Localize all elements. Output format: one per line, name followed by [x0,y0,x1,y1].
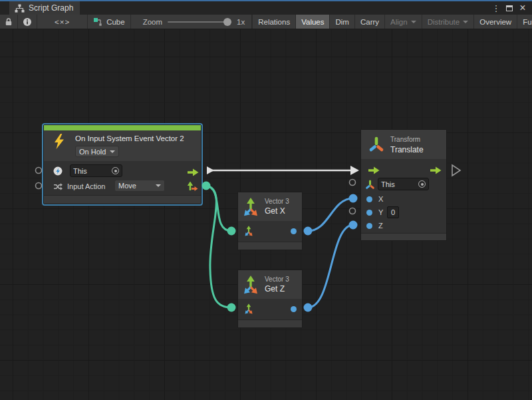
vector3-icon [241,195,260,222]
lock-button[interactable] [0,15,18,29]
flow-output-arrow-icon[interactable] [187,167,199,179]
get-z-output-port[interactable] [291,306,297,312]
flow-wire-start-arrow [207,166,214,174]
get-x-output-knob[interactable] [304,227,313,236]
event-node-title: On Input System Event Vector 2 [75,134,184,142]
input-system-icon [53,166,63,178]
translate-z-input-knob[interactable] [349,221,358,230]
get-x-category: Vector 3 [265,198,289,205]
event-this-field[interactable]: This [70,164,122,177]
vector3-input-port-icon[interactable] [243,224,254,240]
translate-category: Transform [390,136,420,143]
code-icon: <×> [55,18,70,26]
values-button[interactable]: Values [295,15,329,29]
input-action-label: Input Action [67,182,106,190]
translate-x-label: X [378,195,383,203]
info-icon [23,17,32,27]
transform-icon [368,135,384,156]
translate-y-input-ring[interactable] [350,208,356,214]
flow-input-arrow-icon[interactable] [368,165,380,177]
zoom-value: 1x [237,18,245,26]
flow-wire-end-arrow [350,166,359,175]
node-vector3-get-x[interactable]: Vector 3 Get X [237,192,303,250]
fullscreen-button[interactable]: Full Screen [517,15,532,29]
chevron-down-icon [411,21,416,23]
close-icon[interactable]: × [517,3,528,13]
graph-breadcrumb[interactable]: Cube [88,15,131,29]
carry-button[interactable]: Carry [354,15,384,29]
object-picker-icon[interactable] [418,180,426,188]
values-label: Values [301,18,324,26]
code-preview-button[interactable]: <×> [37,15,88,29]
zoom-label: Zoom [143,18,162,26]
translate-y-value-field[interactable]: 0 [387,206,399,218]
zoom-slider[interactable] [168,21,231,23]
chevron-down-icon [110,150,115,153]
dim-button[interactable]: Dim [329,15,354,29]
event-vector2-output-knob[interactable] [202,182,211,190]
event-action-input-ring[interactable] [36,183,42,189]
node-on-input-system-event[interactable]: On Input System Event Vector 2 On Hold T… [43,124,201,204]
event-this-value: This [73,167,87,175]
title-bar: Script Graph ⋮ × [0,0,532,15]
translate-y-label: Y [378,208,383,216]
get-z-category: Vector 3 [265,276,289,283]
carry-label: Carry [360,18,379,26]
chevron-down-icon [156,184,161,187]
input-action-icon [53,182,63,194]
graph-name-label: Cube [106,18,125,26]
get-z-output-knob[interactable] [304,303,313,312]
node-vector3-get-z[interactable]: Vector 3 Get Z [237,270,303,328]
vector3-input-port-icon[interactable] [243,302,254,318]
get-x-output-port[interactable] [291,228,297,234]
fullscreen-label: Full Screen [523,18,532,26]
get-x-footer [238,242,302,250]
tab-script-graph[interactable]: Script Graph [9,1,80,15]
distribute-button[interactable]: Distribute [422,15,474,29]
get-z-footer [238,319,302,327]
transform-port-icon [365,179,375,193]
wire-get-z-to-translate-z[interactable] [308,225,353,307]
script-graph-hierarchy-icon [15,4,25,13]
get-x-title: Get X [265,206,285,216]
more-menu-icon[interactable]: ⋮ [491,3,501,13]
graph-canvas[interactable]: On Input System Event Vector 2 On Hold T… [0,29,532,400]
node-transform-translate[interactable]: Transform Translate This [360,129,447,241]
window-controls: ⋮ × [491,1,532,15]
translate-y-port[interactable] [366,210,372,216]
get-z-title: Get Z [265,284,285,294]
translate-z-label: Z [378,222,383,230]
zoom-control: Zoom 1x [131,15,253,29]
translate-flow-output-triangle[interactable] [452,165,460,176]
graph-icon [93,17,102,26]
wire-event-to-get-z[interactable] [206,186,231,307]
overview-button[interactable]: Overview [473,15,517,29]
relations-button[interactable]: Relations [252,15,295,29]
info-button[interactable] [18,15,37,29]
get-x-input-knob[interactable] [227,227,236,236]
dim-label: Dim [335,18,348,26]
translate-title: Translate [390,145,424,154]
input-action-dropdown[interactable]: Move [114,180,165,192]
get-z-input-knob[interactable] [227,303,236,312]
toolbar-right-group: Relations Values Dim Carry Align Distrib… [252,15,532,29]
input-action-value: Move [118,182,136,190]
wire-event-to-get-x[interactable] [206,186,231,231]
event-mode-dropdown[interactable]: On Hold [75,146,119,157]
maximize-icon[interactable] [504,3,515,13]
translate-x-port[interactable] [366,196,372,202]
translate-this-input-ring[interactable] [350,180,356,186]
maximize-glyph [506,5,513,11]
translate-z-port[interactable] [366,223,372,229]
zoom-slider-handle[interactable] [223,18,231,26]
translate-x-input-knob[interactable] [349,194,358,203]
vector3-icon [241,273,260,300]
relations-label: Relations [258,18,290,26]
flow-output-arrow-icon[interactable] [430,165,442,177]
translate-this-field[interactable]: This [378,178,429,190]
event-flow-input-ring[interactable] [36,168,42,174]
object-picker-icon[interactable] [112,167,119,174]
wire-get-x-to-translate-x[interactable] [308,198,353,231]
vector2-output-icon[interactable] [187,181,198,194]
align-button[interactable]: Align [384,15,422,29]
